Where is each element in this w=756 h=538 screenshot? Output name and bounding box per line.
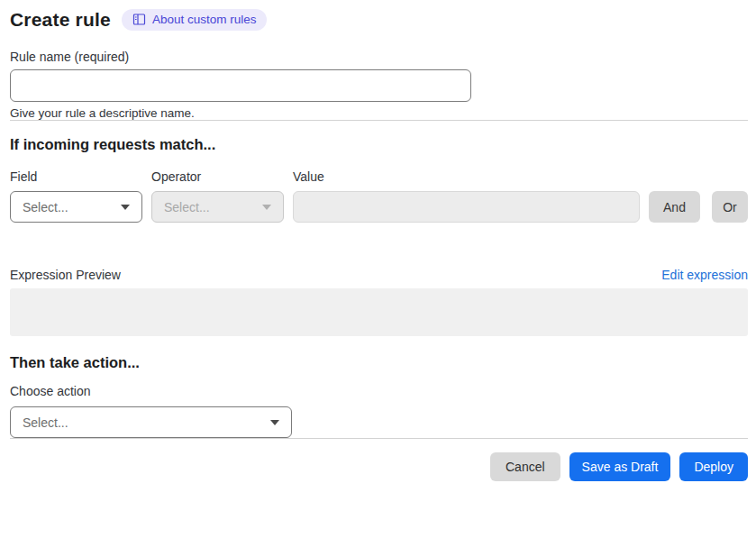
edit-expression-link[interactable]: Edit expression	[661, 268, 748, 282]
expression-preview-box	[10, 288, 748, 336]
chevron-down-icon	[262, 205, 271, 210]
choose-action-label: Choose action	[10, 384, 748, 398]
value-label: Value	[293, 169, 640, 184]
value-input[interactable]	[293, 191, 640, 223]
action-section-heading: Then take action...	[10, 354, 748, 371]
book-icon	[132, 13, 146, 26]
operator-column: Operator Select...	[151, 169, 284, 223]
deploy-button[interactable]: Deploy	[679, 452, 748, 481]
operator-select-placeholder: Select...	[164, 200, 210, 214]
expression-preview-row: Expression Preview Edit expression	[10, 268, 748, 282]
footer-actions: Cancel Save as Draft Deploy	[10, 452, 748, 481]
cancel-button[interactable]: Cancel	[490, 452, 560, 481]
field-column: Field Select...	[10, 169, 142, 223]
operator-label: Operator	[151, 169, 284, 184]
section-divider	[10, 120, 748, 121]
rule-name-helper-text: Give your rule a descriptive name.	[10, 106, 748, 120]
expression-preview-label: Expression Preview	[10, 268, 121, 282]
field-select[interactable]: Select...	[10, 191, 142, 223]
match-section-heading: If incoming requests match...	[10, 136, 748, 153]
page-header: Create rule About custom rules	[10, 7, 748, 32]
page-title: Create rule	[10, 9, 111, 31]
footer-divider	[10, 438, 748, 439]
create-rule-form: Create rule About custom rules Rule name…	[10, 7, 748, 481]
operator-select[interactable]: Select...	[151, 191, 284, 223]
rule-name-input[interactable]	[10, 69, 471, 102]
save-as-draft-button[interactable]: Save as Draft	[569, 452, 671, 481]
chevron-down-icon	[270, 420, 279, 425]
choose-action-select[interactable]: Select...	[10, 406, 292, 438]
match-condition-row: Field Select... Operator Select... Value…	[10, 169, 748, 223]
or-button[interactable]: Or	[712, 191, 748, 223]
choose-action-placeholder: Select...	[23, 415, 68, 430]
value-column: Value	[293, 169, 640, 223]
field-label: Field	[10, 169, 142, 184]
rule-name-label: Rule name (required)	[10, 50, 748, 64]
field-select-placeholder: Select...	[23, 200, 68, 214]
about-custom-rules-link[interactable]: About custom rules	[122, 9, 268, 31]
and-button[interactable]: And	[649, 191, 700, 223]
about-custom-rules-label: About custom rules	[152, 14, 257, 26]
chevron-down-icon	[121, 205, 130, 210]
